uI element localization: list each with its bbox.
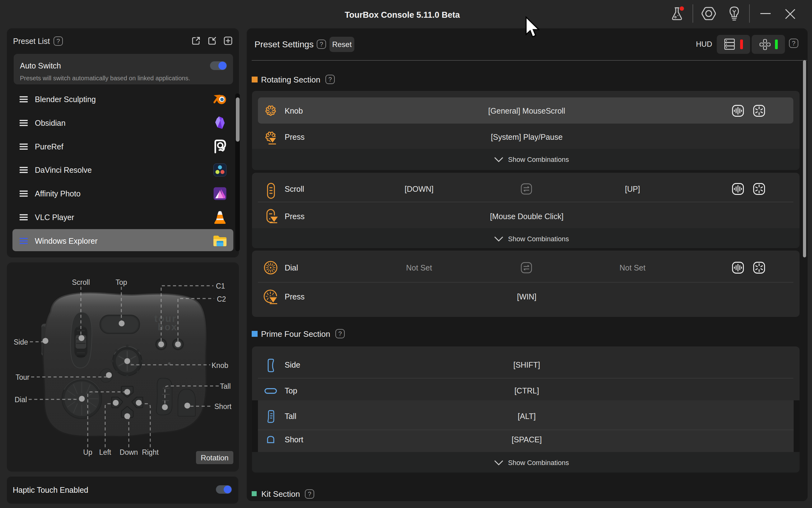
svg-text:Right: Right xyxy=(142,448,159,456)
svg-text:C2: C2 xyxy=(217,295,226,303)
svg-text:Short: Short xyxy=(214,403,232,411)
svg-text:Knob: Knob xyxy=(212,362,228,370)
svg-text:Side: Side xyxy=(14,338,28,346)
svg-text:Tall: Tall xyxy=(220,382,231,390)
svg-text:Down: Down xyxy=(120,448,138,456)
svg-text:Rotation: Rotation xyxy=(201,454,228,462)
svg-text:Dial: Dial xyxy=(15,396,27,404)
svg-text:Scroll: Scroll xyxy=(72,278,90,286)
svg-text:Top: Top xyxy=(116,278,127,286)
svg-text:Up: Up xyxy=(83,448,92,456)
svg-text:Tour: Tour xyxy=(15,373,30,381)
svg-text:C1: C1 xyxy=(216,282,225,290)
svg-text:Left: Left xyxy=(99,448,111,456)
